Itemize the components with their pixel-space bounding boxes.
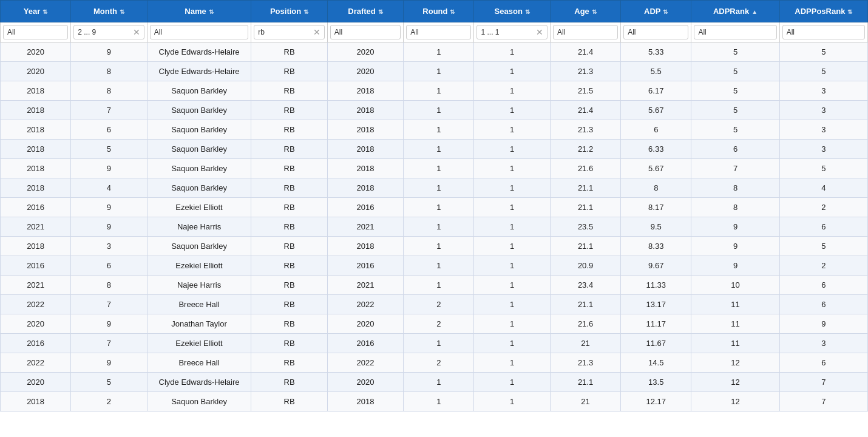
cell-adp: 11.33 <box>621 276 691 295</box>
sort-icon-adp: ⇅ <box>663 8 668 15</box>
table-body: 20209Clyde Edwards-HelaireRB20201121.45.… <box>1 42 868 412</box>
filter-input-drafted[interactable] <box>330 25 401 39</box>
cell-position: RB <box>251 353 327 373</box>
cell-adpposrank: 5 <box>779 42 867 62</box>
cell-round: 1 <box>404 217 474 237</box>
table-row: 20185Saquon BarkleyRB20181121.26.3363 <box>1 140 868 159</box>
cell-adpposrank: 7 <box>779 392 867 412</box>
cell-round: 1 <box>404 256 474 276</box>
cell-position: RB <box>251 276 327 295</box>
cell-season: 1 <box>474 62 550 81</box>
cell-adpposrank: 2 <box>779 256 867 276</box>
cell-month: 7 <box>71 295 147 314</box>
filter-clear-season[interactable]: ✕ <box>535 28 544 36</box>
header-name[interactable]: Name⇅ <box>147 1 251 22</box>
filter-input-round[interactable] <box>406 25 471 39</box>
cell-age: 21.1 <box>550 295 620 314</box>
filter-clear-month[interactable]: ✕ <box>132 28 141 36</box>
filter-cell-month: ✕ <box>71 22 147 42</box>
cell-name: Saquon Barkley <box>147 237 251 256</box>
cell-adpposrank: 4 <box>779 178 867 198</box>
cell-name: Ezekiel Elliott <box>147 256 251 276</box>
filter-clear-position[interactable]: ✕ <box>312 28 322 36</box>
header-year[interactable]: Year⇅ <box>1 1 71 22</box>
cell-month: 8 <box>71 62 147 81</box>
cell-adprank: 5 <box>691 120 779 140</box>
table-row: 20208Clyde Edwards-HelaireRB20201121.35.… <box>1 62 868 81</box>
cell-season: 1 <box>474 334 550 353</box>
cell-adpposrank: 3 <box>779 81 867 101</box>
cell-adp: 5.67 <box>621 101 691 120</box>
cell-position: RB <box>251 334 327 353</box>
cell-age: 21 <box>550 392 620 412</box>
filter-wrapper-position: ✕ <box>254 25 324 39</box>
header-label-drafted: Drafted <box>348 7 376 16</box>
header-adpposrank[interactable]: ADPPosRank⇅ <box>779 1 867 22</box>
header-adprank[interactable]: ADPRank▲ <box>691 1 779 22</box>
filter-input-adprank[interactable] <box>694 25 776 39</box>
header-adp[interactable]: ADP⇅ <box>621 1 691 22</box>
cell-year: 2021 <box>1 217 71 237</box>
filter-input-adpposrank[interactable] <box>782 25 865 39</box>
filter-input-name[interactable] <box>150 25 249 39</box>
cell-adp: 6.33 <box>621 140 691 159</box>
cell-year: 2018 <box>1 81 71 101</box>
cell-season: 1 <box>474 178 550 198</box>
cell-age: 21.6 <box>550 314 620 334</box>
header-drafted[interactable]: Drafted⇅ <box>327 1 403 22</box>
cell-season: 1 <box>474 237 550 256</box>
filter-cell-name <box>147 22 251 42</box>
sort-icon-adpposrank: ⇅ <box>847 8 852 15</box>
header-label-adp: ADP <box>644 7 660 16</box>
filter-input-season[interactable] <box>480 27 534 38</box>
cell-drafted: 2022 <box>327 295 403 314</box>
cell-month: 9 <box>71 159 147 178</box>
header-position[interactable]: Position⇅ <box>251 1 327 22</box>
cell-month: 8 <box>71 81 147 101</box>
cell-adprank: 11 <box>691 334 779 353</box>
header-label-round: Round <box>422 7 447 16</box>
cell-name: Saquon Barkley <box>147 392 251 412</box>
header-age[interactable]: Age⇅ <box>550 1 620 22</box>
cell-round: 1 <box>404 178 474 198</box>
sort-icon-adprank: ▲ <box>751 8 758 15</box>
table-row: 20227Breece HallRB20222121.113.17116 <box>1 295 868 314</box>
cell-name: Clyde Edwards-Helaire <box>147 373 251 392</box>
header-season[interactable]: Season⇅ <box>474 1 550 22</box>
table-row: 20188Saquon BarkleyRB20181121.56.1753 <box>1 81 868 101</box>
cell-age: 21 <box>550 334 620 353</box>
cell-adprank: 6 <box>691 140 779 159</box>
cell-age: 21.1 <box>550 237 620 256</box>
cell-adp: 6.17 <box>621 81 691 101</box>
cell-drafted: 2020 <box>327 42 403 62</box>
filter-input-age[interactable] <box>553 25 618 39</box>
cell-round: 1 <box>404 42 474 62</box>
cell-adpposrank: 9 <box>779 314 867 334</box>
cell-month: 6 <box>71 256 147 276</box>
header-month[interactable]: Month⇅ <box>71 1 147 22</box>
data-table: Year⇅Month⇅Name⇅Position⇅Drafted⇅Round⇅S… <box>0 0 868 412</box>
filter-input-adp[interactable] <box>623 25 688 39</box>
cell-adpposrank: 7 <box>779 373 867 392</box>
table-row: 20182Saquon BarkleyRB2018112112.17127 <box>1 392 868 412</box>
sort-icon-name: ⇅ <box>209 8 214 15</box>
cell-position: RB <box>251 42 327 62</box>
cell-name: Saquon Barkley <box>147 178 251 198</box>
cell-season: 1 <box>474 295 550 314</box>
filter-input-position[interactable] <box>257 27 311 38</box>
cell-adpposrank: 6 <box>779 295 867 314</box>
header-label-adprank: ADPRank <box>713 7 749 16</box>
cell-name: Clyde Edwards-Helaire <box>147 62 251 81</box>
header-label-adpposrank: ADPPosRank <box>795 7 845 16</box>
cell-adprank: 11 <box>691 314 779 334</box>
filter-input-month[interactable] <box>76 27 131 38</box>
header-round[interactable]: Round⇅ <box>404 1 474 22</box>
filter-input-year[interactable] <box>3 25 68 39</box>
cell-age: 21.1 <box>550 178 620 198</box>
cell-drafted: 2018 <box>327 178 403 198</box>
cell-adp: 13.5 <box>621 373 691 392</box>
filter-cell-adpposrank <box>779 22 867 42</box>
filter-cell-adp <box>621 22 691 42</box>
cell-age: 21.3 <box>550 353 620 373</box>
cell-adprank: 7 <box>691 159 779 178</box>
